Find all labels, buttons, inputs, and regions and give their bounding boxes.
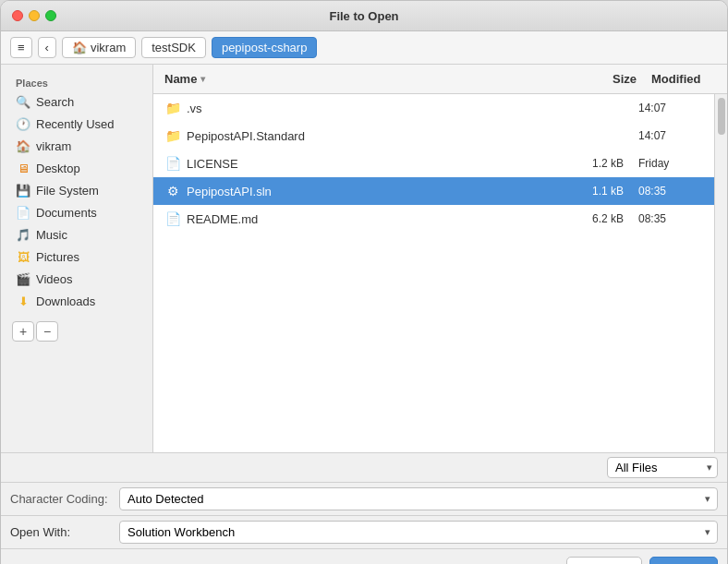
videos-icon: 🎬 <box>16 271 30 286</box>
filter-row: All Files Text Files C# Files Solution F… <box>1 453 727 483</box>
file-filter-select[interactable]: All Files Text Files C# Files Solution F… <box>607 457 718 478</box>
openwith-row: Open With: Solution Workbench Text Edito… <box>1 516 727 549</box>
breadcrumb-pepipost-csharp[interactable]: pepipost-csharp <box>212 37 318 58</box>
file-name-vs: 📁 .vs <box>153 97 566 119</box>
file-modified-sln: 08:35 <box>631 181 714 201</box>
pictures-icon: 🖼 <box>16 249 30 264</box>
sidebar-add-remove: + − <box>1 316 152 347</box>
column-name[interactable]: Name ▾ <box>153 68 579 90</box>
close-button[interactable] <box>12 10 23 21</box>
file-scroll-container: 📁 .vs 14:07 📁 PepipostAPI.Standard <box>153 94 727 452</box>
home-icon: 🏠 <box>72 41 87 54</box>
minus-icon: − <box>43 324 51 339</box>
folder-icon: 📁 <box>164 101 181 115</box>
file-list-header: Name ▾ Size Modified <box>153 65 727 94</box>
file-name-standard: 📁 PepipostAPI.Standard <box>153 125 566 147</box>
sort-icon: ▾ <box>200 74 205 84</box>
file-size-sln: 1.1 kB <box>566 181 631 201</box>
remove-bookmark-button[interactable]: − <box>36 321 58 342</box>
downloads-icon: ⬇ <box>16 294 30 308</box>
file-modified-license: Friday <box>631 153 714 174</box>
toolbar: ≡ ‹ 🏠 vikram testSDK pepipost-csharp <box>1 31 727 65</box>
scrollbar-thumb[interactable] <box>718 98 725 135</box>
openwith-select-wrap: Solution Workbench Text Editor Other App… <box>119 521 718 544</box>
list-view-button[interactable]: ≡ <box>10 37 32 58</box>
desktop-icon: 🖥 <box>16 161 30 175</box>
cancel-button[interactable]: Cancel <box>566 557 642 564</box>
list-view-icon: ≡ <box>18 41 25 54</box>
column-size[interactable]: Size <box>579 68 644 90</box>
bottom-bar: All Files Text Files C# Files Solution F… <box>1 452 727 564</box>
minimize-button[interactable] <box>29 10 40 21</box>
places-header: Places <box>1 72 152 90</box>
encoding-select-wrap: Auto Detected UTF-8 UTF-16 ISO-8859-1 <box>119 487 718 510</box>
sidebar-item-downloads[interactable]: ⬇ Downloads <box>1 290 152 312</box>
file-row[interactable]: 📁 .vs 14:07 <box>153 94 714 122</box>
encoding-select[interactable]: Auto Detected UTF-8 UTF-16 ISO-8859-1 <box>119 487 718 510</box>
back-icon: ‹ <box>45 41 49 54</box>
documents-icon: 📄 <box>16 205 30 220</box>
file-name-sln: ⚙ PepipostAPI.sln <box>153 180 566 202</box>
file-modified-vs: 14:07 <box>631 98 714 118</box>
sidebar-item-pictures[interactable]: 🖼 Pictures <box>1 246 152 268</box>
file-icon: 📄 <box>164 156 181 171</box>
recently-used-icon: 🕐 <box>16 116 30 131</box>
music-icon: 🎵 <box>16 227 30 242</box>
file-name-license: 📄 LICENSE <box>153 152 566 174</box>
sidebar-item-music[interactable]: 🎵 Music <box>1 223 152 246</box>
file-modified-readme: 08:35 <box>631 209 714 229</box>
file-size-vs <box>566 104 631 112</box>
home-sidebar-icon: 🏠 <box>16 138 30 153</box>
encoding-label: Character Coding: <box>10 492 112 506</box>
back-button[interactable]: ‹ <box>38 37 56 58</box>
file-modified-standard: 14:07 <box>631 126 714 146</box>
file-list: 📁 .vs 14:07 📁 PepipostAPI.Standard <box>153 94 714 452</box>
file-row[interactable]: 📄 LICENSE 1.2 kB Friday <box>153 150 714 177</box>
file-row[interactable]: 📁 PepipostAPI.Standard 14:07 <box>153 122 714 150</box>
file-name-readme: 📄 README.md <box>153 208 566 230</box>
openwith-select[interactable]: Solution Workbench Text Editor Other App… <box>119 521 718 544</box>
file-row-selected[interactable]: ⚙ PepipostAPI.sln 1.1 kB 08:35 <box>153 177 714 205</box>
add-bookmark-button[interactable]: + <box>12 321 34 342</box>
file-icon: 📄 <box>164 211 181 226</box>
sidebar-item-recently-used[interactable]: 🕐 Recently Used <box>1 113 152 135</box>
sidebar: Places 🔍 Search 🕐 Recently Used 🏠 vikram… <box>1 65 153 452</box>
encoding-row: Character Coding: Auto Detected UTF-8 UT… <box>1 483 727 516</box>
file-row[interactable]: 📄 README.md 6.2 kB 08:35 <box>153 205 714 233</box>
sidebar-item-search[interactable]: 🔍 Search <box>1 90 152 113</box>
maximize-button[interactable] <box>45 10 56 21</box>
sidebar-item-videos[interactable]: 🎬 Videos <box>1 268 152 290</box>
action-row: Cancel Open <box>1 549 727 564</box>
openwith-label: Open With: <box>10 525 112 539</box>
sidebar-item-vikram[interactable]: 🏠 vikram <box>1 135 152 157</box>
scrollbar[interactable] <box>714 94 727 452</box>
file-area: Name ▾ Size Modified 📁 .vs <box>153 65 727 452</box>
title-bar: File to Open <box>1 1 727 31</box>
folder-icon: 📁 <box>164 128 181 143</box>
sidebar-item-file-system[interactable]: 💾 File System <box>1 179 152 201</box>
search-icon: 🔍 <box>16 94 30 109</box>
filesystem-icon: 💾 <box>16 183 30 198</box>
column-modified[interactable]: Modified <box>644 68 727 90</box>
sidebar-item-desktop[interactable]: 🖥 Desktop <box>1 157 152 179</box>
filter-select-wrap: All Files Text Files C# Files Solution F… <box>607 457 718 478</box>
file-size-license: 1.2 kB <box>566 153 631 174</box>
file-dialog: File to Open ≡ ‹ 🏠 vikram testSDK pepipo… <box>0 0 728 564</box>
file-size-readme: 6.2 kB <box>566 209 631 229</box>
breadcrumb-vikram[interactable]: 🏠 vikram <box>62 37 136 58</box>
file-size-standard <box>566 132 631 139</box>
traffic-lights <box>12 10 56 21</box>
solution-icon: ⚙ <box>164 184 181 198</box>
main-content: Places 🔍 Search 🕐 Recently Used 🏠 vikram… <box>1 65 727 452</box>
breadcrumb-testSDK[interactable]: testSDK <box>141 37 206 58</box>
plus-icon: + <box>19 324 27 339</box>
open-button[interactable]: Open <box>649 557 718 564</box>
sidebar-item-documents[interactable]: 📄 Documents <box>1 201 152 223</box>
dialog-title: File to Open <box>329 9 398 23</box>
